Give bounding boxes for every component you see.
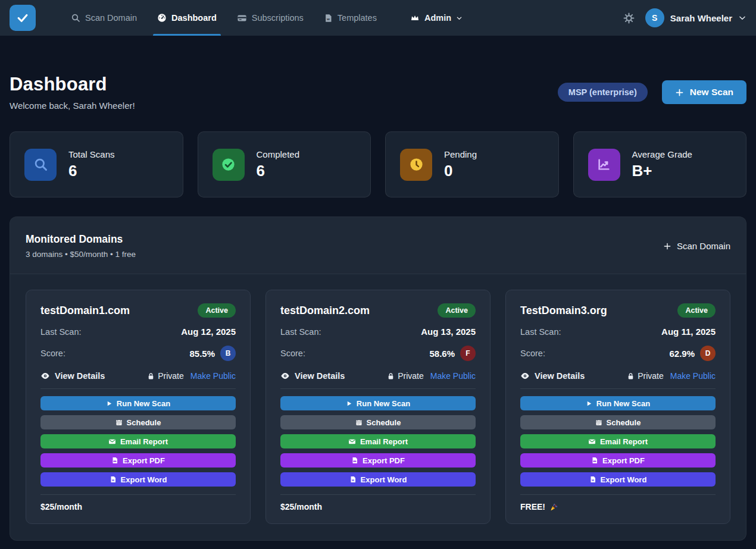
calendar-icon (355, 419, 363, 426)
privacy-group: Private Make Public (627, 371, 716, 381)
export-pdf-button[interactable]: PDF Export PDF (280, 453, 476, 468)
nav-item-dashboard[interactable]: Dashboard (147, 0, 227, 36)
scan-domain-label: Scan Domain (677, 241, 730, 251)
email-report-label: Email Report (360, 437, 408, 446)
lock-icon (387, 372, 395, 380)
word-file-icon: w (110, 476, 117, 483)
nav-item-subscriptions[interactable]: Subscriptions (227, 0, 314, 36)
stat-card-total-scans: Total Scans 6 (10, 131, 183, 197)
score-label: Score: (40, 349, 65, 358)
divider (520, 494, 716, 495)
stat-value: 0 (444, 162, 477, 180)
last-scan-value: Aug 11, 2025 (661, 327, 716, 337)
email-report-label: Email Report (120, 437, 168, 446)
last-scan-row: Last Scan: Aug 12, 2025 (40, 327, 236, 337)
play-icon (106, 400, 113, 407)
status-badge: Active (677, 303, 716, 318)
schedule-label: Schedule (607, 418, 641, 427)
page-header-actions: MSP (enterprise) New Scan (558, 80, 746, 104)
page-subtitle: Welcome back, Sarah Wheeler! (10, 101, 135, 111)
nav-item-admin[interactable]: Admin (400, 0, 473, 36)
email-report-button[interactable]: Email Report (520, 434, 716, 448)
nav-item-label: Admin (424, 13, 451, 23)
svg-text:PDF: PDF (114, 461, 117, 462)
run-new-scan-button[interactable]: Run New Scan (40, 396, 236, 410)
domain-name: testDomain2.com (280, 305, 370, 317)
view-details-link[interactable]: View Details (40, 371, 105, 381)
make-public-link[interactable]: Make Public (190, 371, 236, 381)
score-label: Score: (280, 349, 305, 358)
nav-item-label: Templates (338, 13, 377, 23)
export-pdf-button[interactable]: PDF Export PDF (520, 453, 716, 468)
plus-icon (675, 88, 684, 97)
export-word-button[interactable]: w Export Word (40, 472, 236, 487)
section-header: Monitored Domains 3 domains • $50/month … (10, 217, 746, 274)
export-word-button[interactable]: w Export Word (280, 472, 476, 487)
email-report-button[interactable]: Email Report (40, 434, 236, 448)
run-new-scan-button[interactable]: Run New Scan (280, 396, 476, 410)
page-header: Dashboard Welcome back, Sarah Wheeler! M… (10, 74, 746, 111)
calendar-icon (595, 419, 602, 426)
score-value: 85.5% (189, 349, 215, 359)
domain-price: $25/month (280, 502, 476, 512)
stat-label: Completed (257, 149, 300, 159)
svg-text:PDF: PDF (354, 461, 357, 462)
export-word-button[interactable]: w Export Word (520, 472, 716, 487)
last-scan-row: Last Scan: Aug 13, 2025 (280, 327, 476, 337)
view-details-link[interactable]: View Details (280, 371, 345, 381)
nav-item-scan-domain[interactable]: Scan Domain (61, 0, 147, 36)
export-pdf-button[interactable]: PDF Export PDF (40, 453, 236, 468)
run-new-scan-button[interactable]: Run New Scan (520, 396, 716, 410)
envelope-icon (348, 438, 356, 446)
scan-domain-button[interactable]: Scan Domain (663, 241, 730, 251)
stat-text: Pending 0 (444, 149, 477, 180)
last-scan-label: Last Scan: (280, 327, 321, 337)
new-scan-button[interactable]: New Scan (662, 80, 746, 104)
export-word-label: Export Word (601, 475, 647, 484)
stat-label: Pending (444, 149, 477, 159)
word-file-icon: w (349, 476, 357, 483)
page-title: Dashboard (10, 74, 135, 95)
score-value-group: 62.9% D (669, 346, 716, 361)
word-file-icon: w (589, 476, 596, 483)
chevron-down-icon (738, 14, 746, 22)
schedule-button[interactable]: Schedule (40, 415, 236, 429)
run-new-scan-label: Run New Scan (357, 399, 410, 408)
stat-label: Average Grade (632, 149, 692, 159)
eye-icon (280, 371, 290, 381)
make-public-link[interactable]: Make Public (430, 371, 476, 381)
gauge-icon (157, 13, 167, 23)
stat-value: 6 (257, 162, 300, 180)
schedule-button[interactable]: Schedule (520, 415, 716, 429)
privacy-group: Private Make Public (387, 371, 476, 381)
monitored-domains-section: Monitored Domains 3 domains • $50/month … (10, 217, 746, 541)
private-text: Private (158, 371, 184, 381)
view-details-link[interactable]: View Details (520, 371, 585, 381)
nav-item-templates[interactable]: w Templates (314, 0, 387, 36)
section-heading-group: Monitored Domains 3 domains • $50/month … (26, 233, 136, 259)
domain-card-top: TestDomain3.org Active (520, 303, 716, 318)
gear-icon[interactable] (623, 12, 635, 24)
divider (280, 494, 476, 495)
last-scan-label: Last Scan: (520, 327, 561, 337)
make-public-link[interactable]: Make Public (670, 371, 716, 381)
email-report-button[interactable]: Email Report (280, 434, 476, 448)
domain-card: TestDomain3.org Active Last Scan: Aug 11… (505, 290, 730, 524)
nav-item-label: Scan Domain (85, 13, 137, 23)
score-value-group: 58.6% F (429, 346, 476, 361)
schedule-button[interactable]: Schedule (280, 415, 476, 429)
svg-text:w: w (351, 478, 354, 482)
divider (40, 388, 236, 389)
clock-icon (400, 149, 432, 181)
grade-badge: D (700, 346, 716, 361)
export-word-label: Export Word (361, 475, 407, 484)
user-menu[interactable]: S Sarah Wheeler (645, 8, 746, 27)
search-icon (71, 13, 80, 23)
score-value: 58.6% (429, 349, 455, 359)
status-badge: Active (438, 303, 476, 318)
play-icon (346, 400, 352, 407)
brand-logo[interactable] (10, 5, 36, 31)
domain-name: testDomain1.com (40, 305, 130, 317)
nav-right: S Sarah Wheeler (623, 0, 746, 36)
run-new-scan-label: Run New Scan (596, 399, 650, 408)
